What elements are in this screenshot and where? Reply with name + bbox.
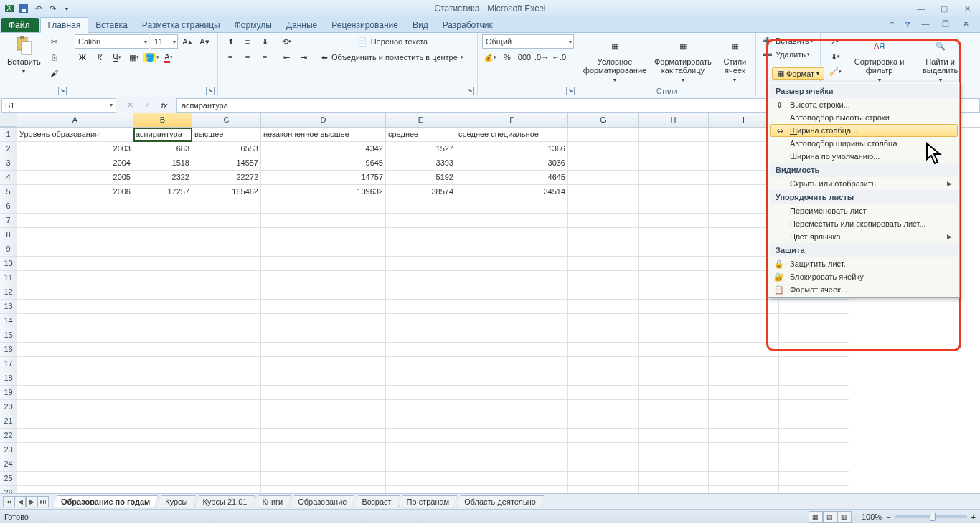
- increase-indent-icon[interactable]: ⇥: [296, 50, 311, 65]
- row-header[interactable]: 16: [0, 343, 17, 357]
- cell[interactable]: [133, 414, 192, 429]
- cell[interactable]: [386, 457, 456, 472]
- align-middle-icon[interactable]: ≡: [240, 34, 255, 49]
- copy-icon[interactable]: ⎘: [47, 50, 62, 65]
- cell[interactable]: [639, 429, 709, 443]
- close-button[interactable]: ✕: [958, 3, 976, 14]
- cell[interactable]: [568, 199, 639, 214]
- bold-button[interactable]: Ж: [75, 50, 90, 65]
- cell[interactable]: [568, 371, 639, 386]
- cell[interactable]: [709, 371, 779, 386]
- cell[interactable]: [192, 414, 261, 429]
- cell[interactable]: [386, 242, 456, 257]
- cell[interactable]: [568, 128, 639, 142]
- cell[interactable]: [779, 386, 849, 400]
- cell[interactable]: [261, 228, 386, 242]
- cell[interactable]: [386, 314, 456, 328]
- cell[interactable]: [17, 457, 133, 472]
- underline-button[interactable]: Ч▾: [109, 50, 125, 65]
- cell[interactable]: [133, 343, 192, 357]
- cell[interactable]: 3393: [386, 156, 456, 171]
- sheet-tab[interactable]: Книги: [254, 495, 291, 507]
- row-header[interactable]: 24: [0, 457, 17, 472]
- align-bottom-icon[interactable]: ⬇: [257, 34, 273, 49]
- cell[interactable]: [639, 400, 709, 414]
- cell[interactable]: [17, 343, 133, 357]
- cell[interactable]: [639, 156, 709, 171]
- row-header[interactable]: 2: [0, 142, 17, 156]
- cell[interactable]: [192, 357, 261, 371]
- cell[interactable]: [386, 300, 456, 314]
- cell[interactable]: 17257: [133, 185, 192, 199]
- cell[interactable]: [639, 486, 709, 493]
- column-header[interactable]: B: [133, 113, 192, 127]
- cell[interactable]: [709, 386, 779, 400]
- cell[interactable]: [261, 257, 386, 271]
- alignment-launcher-icon[interactable]: ⬊: [466, 87, 474, 95]
- cell[interactable]: [192, 400, 261, 414]
- cell[interactable]: 683: [133, 142, 192, 156]
- cell[interactable]: [568, 214, 639, 228]
- sheet-tab[interactable]: Курсы: [157, 495, 195, 507]
- menu-lock-cell[interactable]: 🔐Блокировать ячейку: [770, 270, 958, 283]
- minimize-button[interactable]: ―: [913, 3, 930, 14]
- cell[interactable]: высшее: [192, 128, 261, 142]
- cell[interactable]: [456, 429, 568, 443]
- increase-decimal-icon[interactable]: .0→: [534, 50, 550, 65]
- cell[interactable]: [261, 429, 386, 443]
- decrease-decimal-icon[interactable]: ←.0: [551, 50, 567, 65]
- cell[interactable]: [639, 414, 709, 429]
- cell[interactable]: [133, 242, 192, 257]
- cell[interactable]: [568, 156, 639, 171]
- cell[interactable]: [779, 343, 849, 357]
- cell[interactable]: [568, 271, 639, 285]
- cell[interactable]: [779, 486, 849, 493]
- cell[interactable]: [133, 285, 192, 300]
- cell[interactable]: [17, 328, 133, 343]
- row-header[interactable]: 21: [0, 414, 17, 429]
- cell[interactable]: [386, 443, 456, 457]
- cell[interactable]: [639, 328, 709, 343]
- cell[interactable]: [386, 486, 456, 493]
- cell[interactable]: [192, 242, 261, 257]
- row-header[interactable]: 11: [0, 271, 17, 285]
- cell[interactable]: [639, 285, 709, 300]
- cell[interactable]: [17, 486, 133, 493]
- zoom-out-button[interactable]: −: [886, 513, 890, 521]
- column-header[interactable]: H: [639, 113, 709, 127]
- cell[interactable]: [568, 142, 639, 156]
- cell[interactable]: [639, 257, 709, 271]
- tab-insert[interactable]: Вставка: [88, 18, 135, 32]
- cell[interactable]: [17, 400, 133, 414]
- doc-close-button[interactable]: ✕: [957, 18, 974, 29]
- cell[interactable]: [568, 386, 639, 400]
- cell[interactable]: [133, 371, 192, 386]
- cell[interactable]: [17, 472, 133, 486]
- cell[interactable]: [568, 242, 639, 257]
- cell[interactable]: [17, 285, 133, 300]
- tab-file[interactable]: Файл: [1, 18, 39, 32]
- row-header[interactable]: 10: [0, 257, 17, 271]
- cell[interactable]: [261, 214, 386, 228]
- cell[interactable]: [192, 386, 261, 400]
- cell[interactable]: [456, 257, 568, 271]
- cell[interactable]: [456, 285, 568, 300]
- percent-format-icon[interactable]: %: [499, 50, 515, 65]
- menu-autofit-column[interactable]: Автоподбор ширины столбца: [770, 137, 958, 150]
- qat-more-icon[interactable]: ▾: [60, 2, 73, 15]
- cell[interactable]: 9645: [261, 156, 386, 171]
- cell[interactable]: [639, 371, 709, 386]
- redo-icon[interactable]: ↷: [46, 2, 59, 15]
- cell[interactable]: среднее специальное: [456, 128, 568, 142]
- number-launcher-icon[interactable]: ⬊: [566, 87, 575, 95]
- cell[interactable]: [456, 414, 568, 429]
- format-painter-icon[interactable]: 🖌: [47, 66, 62, 80]
- cell[interactable]: [456, 214, 568, 228]
- row-header[interactable]: 5: [0, 185, 17, 199]
- cell[interactable]: 22272: [192, 171, 261, 185]
- cell[interactable]: 2005: [17, 171, 133, 185]
- cell[interactable]: [568, 171, 639, 185]
- cell[interactable]: [639, 314, 709, 328]
- cell[interactable]: [192, 314, 261, 328]
- cell[interactable]: [639, 300, 709, 314]
